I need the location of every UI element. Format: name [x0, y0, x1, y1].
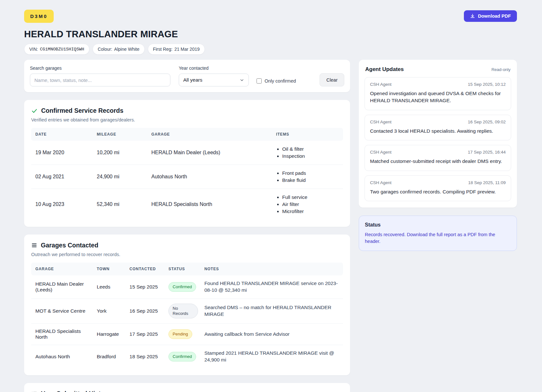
status-badge: Confirmed [168, 282, 196, 292]
vin-label: VIN: [29, 47, 38, 52]
contact-garage: HERALD Main Dealer (Leeds) [31, 275, 94, 298]
year-contacted-label: Year contacted [179, 66, 249, 71]
contact-notes: Found HERALD TRANSLANDER MIRAGE service … [201, 275, 343, 298]
agent-author: CSH Agent [370, 150, 392, 155]
vin-value: CG1MNOBZU1SHIQSWH [40, 47, 84, 52]
agent-author: CSH Agent [370, 120, 392, 124]
clear-filters-button[interactable]: Clear [320, 73, 344, 86]
record-items-list: Oil & filterInspection [276, 146, 340, 160]
first-reg-label: First Reg: [153, 47, 173, 52]
garage-contact-row: HERALD Specialists NorthHarrogate17 Sep … [31, 324, 343, 345]
contact-date: 17 Sep 2025 [126, 324, 165, 345]
confirmed-records-subtitle: Verified entries we obtained from garage… [31, 117, 343, 122]
agent-message-header: CSH Agent18 Sep 2025, 11:09 [370, 180, 506, 185]
record-items-list: Front padsBrake fluid [276, 170, 340, 184]
search-label: Search garages [30, 66, 170, 71]
contact-status-cell: Confirmed [165, 345, 201, 368]
record-items: Oil & filterInspection [273, 141, 343, 165]
record-item: Air filter [282, 201, 340, 208]
menu-lines-icon [31, 242, 37, 248]
record-item: Full service [282, 194, 340, 201]
record-item: Oil & filter [282, 146, 340, 153]
record-date: 19 Mar 2020 [31, 141, 94, 165]
record-mileage: 24,900 mi [94, 165, 148, 189]
colour-chip: Colour: Alpine White [93, 44, 145, 55]
agent-timestamp: 16 Sep 2025, 09:02 [468, 120, 506, 124]
contact-notes: Awaiting callback from Service Advisor [201, 324, 343, 345]
agent-message: CSH Agent15 Sep 2025, 10:12Opened invest… [365, 77, 511, 110]
col-contacted: Contacted [126, 263, 165, 275]
confirmed-records-body: 19 Mar 202010,200 miHERALD Main Dealer (… [31, 141, 343, 220]
status-title: Status [365, 222, 511, 228]
garages-contacted-header-row: Garage Town Contacted Status Notes [31, 263, 343, 275]
record-mileage: 10,200 mi [94, 141, 148, 165]
garages-contacted-body: HERALD Main Dealer (Leeds)Leeds15 Sep 20… [31, 275, 343, 368]
agent-message: CSH Agent16 Sep 2025, 09:02Contacted 3 l… [365, 115, 511, 140]
check-icon [31, 108, 38, 114]
record-item: Microfilter [282, 208, 340, 215]
garages-contacted-subtitle: Outreach we performed to recover records… [31, 252, 343, 257]
sidebar: Agent Updates Read-only CSH Agent15 Sep … [359, 60, 517, 251]
agent-author: CSH Agent [370, 82, 392, 87]
agent-message-header: CSH Agent16 Sep 2025, 09:02 [370, 120, 506, 124]
record-garage: HERALD Main Dealer (Leeds) [148, 141, 273, 165]
contact-date: 16 Sep 2025 [126, 298, 165, 324]
vehicle-chips: VIN: CG1MNOBZU1SHIQSWH Colour: Alpine Wh… [24, 44, 517, 55]
confirmed-records-title: Confirmed Service Records [41, 107, 123, 114]
chevron-down-icon [239, 78, 244, 83]
status-badge: Pending [168, 329, 192, 339]
col-date: Date [31, 128, 94, 141]
download-pdf-button[interactable]: Download PDF [464, 10, 517, 22]
contact-town: Harrogate [94, 324, 126, 345]
contact-notes: Stamped 2021 HERALD TRANSLANDER MIRAGE v… [201, 345, 343, 368]
status-badge: Confirmed [168, 352, 196, 361]
contact-garage: MOT & Service Centre [31, 298, 94, 324]
confirmed-records-table: Date Mileage Garage Items 19 Mar 202010,… [31, 128, 343, 220]
confirmed-records-card: Confirmed Service Records Verified entri… [24, 100, 350, 227]
service-record-row: 10 Aug 202352,340 miHERALD Specialists N… [31, 189, 343, 220]
agent-message-text: Contacted 3 local HERALD specialists. Aw… [370, 128, 506, 135]
status-card: Status Records recovered. Download the f… [359, 216, 517, 251]
record-item: Front pads [282, 170, 340, 177]
only-confirmed-checkbox[interactable] [257, 78, 262, 84]
contact-date: 15 Sep 2025 [126, 275, 165, 298]
user-history-card: User Submitted History Entries provided … [24, 383, 350, 392]
agent-message-header: CSH Agent15 Sep 2025, 10:12 [370, 82, 506, 87]
contact-garage: Autohaus North [31, 345, 94, 368]
year-field-group: Year contacted All years [179, 66, 249, 86]
only-confirmed-checkbox-group[interactable]: Only confirmed [257, 78, 296, 84]
contact-status-cell: Confirmed [165, 275, 201, 298]
contact-status-cell: No Records [165, 298, 201, 324]
record-garage: Autohaus North [148, 165, 273, 189]
agent-messages-list: CSH Agent15 Sep 2025, 10:12Opened invest… [365, 77, 511, 201]
col-mileage: Mileage [94, 128, 148, 141]
list-icon [31, 391, 37, 392]
service-record-row: 02 Aug 202124,900 miAutohaus NorthFront … [31, 165, 343, 189]
colour-label: Colour: [98, 47, 112, 52]
col-garage: Garage [148, 128, 273, 141]
search-field-group: Search garages [30, 66, 170, 86]
agent-message-text: Opened investigation and queued DVSA & O… [370, 90, 506, 104]
record-items: Full serviceAir filterMicrofilter [273, 189, 343, 220]
contact-date: 18 Sep 2025 [126, 345, 165, 368]
download-pdf-label: Download PDF [478, 13, 511, 19]
readonly-label: Read-only [492, 67, 510, 72]
page-header: D3M0 Download PDF [24, 10, 517, 23]
record-item: Brake fluid [282, 177, 340, 184]
first-reg-chip: First Reg: 21 Mar 2019 [148, 44, 205, 55]
record-garage: HERALD Specialists North [148, 189, 273, 220]
garages-contacted-title: Garages Contacted [41, 242, 98, 249]
year-select[interactable]: All years [179, 74, 249, 86]
garage-contact-row: MOT & Service CentreYork16 Sep 2025No Re… [31, 298, 343, 324]
col-town: Town [94, 263, 126, 275]
garage-contact-row: Autohaus NorthBradford18 Sep 2025Confirm… [31, 345, 343, 368]
garages-contacted-card: Garages Contacted Outreach we performed … [24, 235, 350, 375]
main-column: Search garages Year contacted All years [24, 60, 350, 392]
page-title: HERALD TRANSLANDER MIRAGE [24, 29, 517, 40]
agent-timestamp: 15 Sep 2025, 10:12 [468, 82, 506, 87]
only-confirmed-label: Only confirmed [265, 78, 296, 84]
year-select-value: All years [183, 77, 202, 83]
agent-message-text: Matched customer-submitted receipt with … [370, 158, 506, 165]
search-input[interactable] [30, 74, 170, 86]
contact-garage: HERALD Specialists North [31, 324, 94, 345]
